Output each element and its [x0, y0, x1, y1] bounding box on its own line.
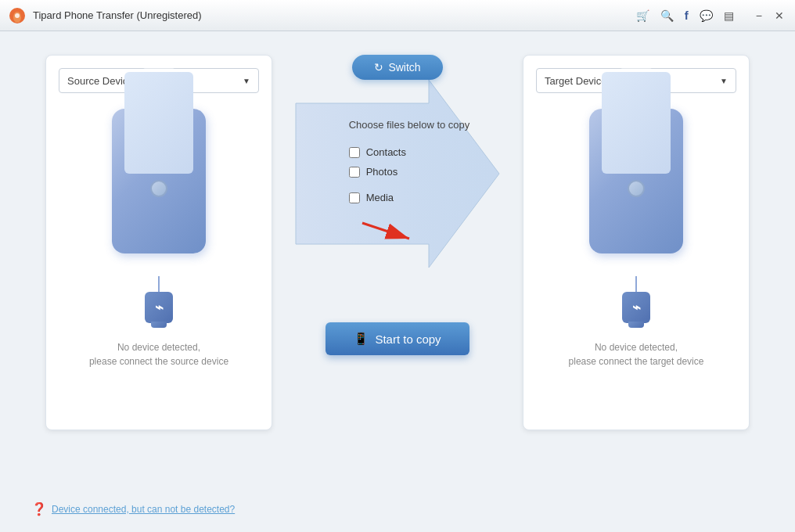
source-usb-symbol: ⌁ — [155, 299, 164, 316]
switch-button[interactable]: ↻ Switch — [352, 55, 442, 80]
contacts-checkbox[interactable] — [349, 147, 360, 158]
middle-section: ↻ Switch Choose files — [272, 55, 523, 355]
photos-label: Photos — [366, 166, 398, 178]
target-no-device-line1: No device detected, — [569, 340, 704, 354]
switch-label: Switch — [388, 61, 420, 74]
target-no-device-line2: please connect the target device — [569, 354, 704, 368]
target-device-panel: Target Device : ▼ ⌁ No device detecte — [523, 55, 750, 430]
help-icon: ❓ — [31, 501, 47, 516]
source-no-device-line1: No device detected, — [89, 340, 228, 354]
source-phone-speaker — [143, 68, 174, 72]
source-phone-illustration — [104, 109, 214, 265]
panels-row: Source Device : ▼ ⌁ No device detecte — [31, 55, 764, 489]
source-no-device-line2: please connect the source device — [89, 354, 228, 368]
target-phone-body — [589, 109, 683, 253]
media-row: Media — [349, 192, 394, 203]
svg-point-2 — [15, 13, 20, 18]
source-usb-plug: ⌁ — [145, 292, 173, 323]
copy-options: Choose files below to copy Contacts Phot… — [349, 119, 470, 203]
bottom-bar: ❓ Device connected, but can not be detec… — [31, 501, 764, 516]
target-phone-screen — [602, 72, 671, 174]
media-checkbox[interactable] — [349, 192, 360, 203]
titlebar-right: 🛒 🔍 f 💬 ▤ − ✕ — [636, 8, 787, 23]
search-icon[interactable]: 🔍 — [660, 9, 674, 22]
target-phone-speaker — [621, 68, 652, 72]
main-content: Source Device : ▼ ⌁ No device detecte — [0, 31, 795, 532]
minimize-button[interactable]: − — [753, 8, 765, 23]
target-phone-home — [628, 180, 645, 197]
arrow-area: Choose files below to copy Contacts Phot… — [288, 72, 507, 369]
menu-icon[interactable]: ▤ — [724, 9, 734, 22]
source-no-device-text: No device detected, please connect the s… — [89, 340, 228, 368]
target-usb-symbol: ⌁ — [632, 299, 641, 316]
source-phone-screen — [124, 72, 193, 174]
source-usb-cable — [158, 276, 160, 292]
source-phone-home — [150, 180, 167, 197]
contacts-label: Contacts — [366, 146, 406, 158]
red-arrow-svg — [358, 211, 421, 250]
chat-icon[interactable]: 💬 — [700, 9, 713, 22]
copy-prompt-label: Choose files below to copy — [349, 119, 470, 131]
target-usb-icon: ⌁ — [622, 276, 650, 323]
target-no-device-text: No device detected, please connect the t… — [569, 340, 704, 368]
source-device-panel: Source Device : ▼ ⌁ No device detecte — [45, 55, 272, 430]
close-button[interactable]: ✕ — [772, 8, 787, 23]
app-icon — [8, 6, 27, 25]
help-link[interactable]: Device connected, but can not be detecte… — [52, 504, 235, 515]
titlebar-left: Tipard Phone Transfer (Unregistered) — [8, 6, 202, 25]
source-phone-body — [112, 109, 206, 253]
media-label: Media — [366, 192, 394, 203]
target-phone-illustration — [581, 109, 691, 265]
app-title: Tipard Phone Transfer (Unregistered) — [33, 9, 202, 21]
source-dropdown-arrow: ▼ — [243, 77, 250, 85]
window-controls: − ✕ — [753, 8, 787, 23]
cart-icon[interactable]: 🛒 — [636, 9, 649, 22]
contacts-row: Contacts — [349, 146, 406, 158]
source-usb-icon: ⌁ — [145, 276, 173, 323]
facebook-icon[interactable]: f — [685, 9, 689, 22]
target-dropdown-arrow: ▼ — [720, 77, 728, 85]
titlebar: Tipard Phone Transfer (Unregistered) 🛒 🔍… — [0, 0, 795, 31]
svg-line-5 — [362, 223, 409, 239]
refresh-icon: ↻ — [374, 61, 383, 74]
target-usb-cable — [635, 276, 637, 292]
photos-row: Photos — [349, 166, 398, 178]
photos-checkbox[interactable] — [349, 167, 360, 178]
red-arrow-container — [358, 211, 421, 253]
target-usb-plug: ⌁ — [622, 292, 650, 323]
